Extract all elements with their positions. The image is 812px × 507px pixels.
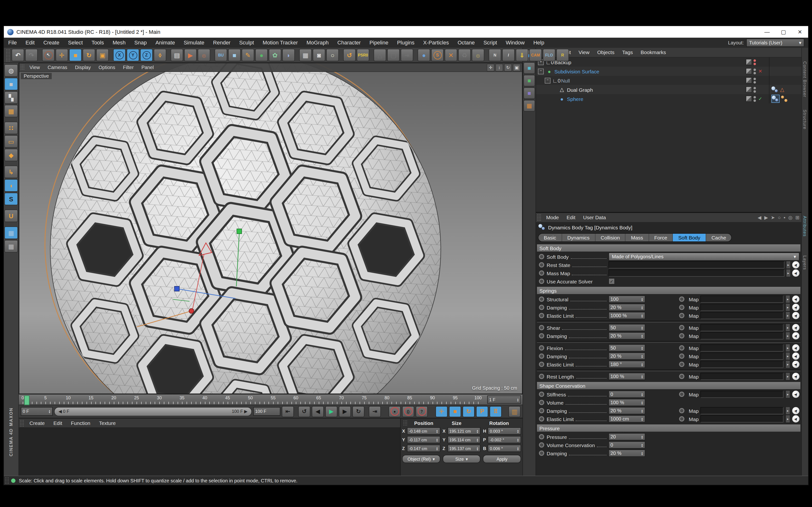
pen-spline-icon[interactable]: ✎ [242, 49, 254, 61]
viewport-menu-filter[interactable]: Filter [119, 63, 138, 71]
psr-zero-icon[interactable]: PSR0 [357, 49, 369, 61]
pick-cursor-icon[interactable]: ➤ [792, 373, 800, 380]
link-field[interactable] [701, 352, 783, 360]
coord-field-rotation-b[interactable]: 0.006 °▲▼ [488, 445, 521, 452]
menu-render[interactable]: Render [209, 38, 235, 48]
object-row-backup[interactable]: +∟0Backup [536, 57, 801, 67]
go-to-end-button[interactable]: ⇥ [369, 406, 381, 417]
section-header-springs[interactable]: Springs [537, 287, 800, 294]
material-manager[interactable]: CreateEditFunctionTexture [19, 418, 401, 475]
close-button[interactable]: ✕ [792, 26, 808, 38]
link-field[interactable] [701, 373, 783, 380]
target-icon[interactable]: ◎ [788, 215, 793, 220]
menu-script[interactable]: Script [479, 38, 501, 48]
keyframe-circle-icon[interactable] [539, 374, 544, 379]
preview-range-slider[interactable]: ◀ 0 F 100 F ▶ [54, 407, 252, 416]
section-header-shape-conservation[interactable]: Shape Conservation [537, 382, 800, 389]
dock-tab-attributes[interactable]: Attributes [802, 216, 807, 237]
object-name-label[interactable]: Subdivision Surface [554, 68, 599, 74]
menu-octane[interactable]: Octane [453, 38, 479, 48]
menu-snap[interactable]: Snap [130, 38, 151, 48]
value-field[interactable]: 20 %▲▼ [609, 304, 645, 311]
phong-tag-icon[interactable]: △ [780, 87, 784, 93]
move-icon[interactable]: ✛ [56, 49, 68, 61]
record-point-level-button[interactable]: ⠿ [490, 406, 502, 417]
link-field[interactable] [701, 344, 783, 351]
history-forward-icon[interactable]: ▶ [764, 215, 768, 220]
record-position-button[interactable]: ✛ [436, 406, 448, 417]
keyframe-circle-icon[interactable] [679, 313, 684, 318]
history-back-icon[interactable]: ◀ [758, 215, 761, 220]
rotate-icon[interactable]: ↻ [83, 49, 95, 61]
object-row-null[interactable]: −∟0Null [536, 76, 801, 85]
keyframe-circle-icon[interactable] [539, 305, 544, 310]
value-field[interactable]: 20 %▲▼ [609, 332, 645, 339]
spinner-icon[interactable]: ▲▼ [475, 429, 479, 433]
menu-select[interactable]: Select [63, 38, 87, 48]
zoom-view-icon[interactable]: ↕ [495, 64, 503, 71]
keyframe-selection-button[interactable]: ? [416, 406, 428, 417]
lock-x-axis-icon[interactable]: X [113, 49, 126, 61]
apply-button[interactable]: Apply [483, 455, 521, 463]
current-frame-field[interactable]: 0 F ▲▼ [21, 407, 53, 416]
record-parameter-button[interactable]: P [476, 406, 488, 417]
viewport-menu-panel[interactable]: Panel [138, 63, 158, 71]
object-name-label[interactable]: Null [561, 77, 570, 83]
enable-axis-icon[interactable]: ↳ [4, 166, 18, 178]
attribute-menu-mode[interactable]: Mode [542, 213, 563, 223]
layout-grid-orange-icon[interactable]: ▦ [523, 100, 535, 112]
value-field[interactable]: 180 °▲▼ [609, 361, 645, 368]
section-header-soft-body[interactable]: Soft Body [537, 244, 800, 251]
light-icon[interactable]: ○ [326, 49, 339, 61]
tab-basic[interactable]: Basic [539, 233, 562, 241]
link-field[interactable] [701, 324, 783, 331]
render-view-icon[interactable]: ▤ [170, 49, 183, 61]
pick-cursor-icon[interactable]: ➤ [792, 261, 800, 269]
keyframe-circle-icon[interactable] [679, 362, 684, 367]
expand-arrow-icon[interactable]: ▸ [785, 344, 790, 352]
menu-character[interactable]: Character [333, 38, 365, 48]
point-selection-tag-icon[interactable] [781, 95, 788, 102]
link-field[interactable] [701, 407, 783, 414]
spinner-icon[interactable]: ▲▼ [640, 346, 643, 350]
viewport-menu-display[interactable]: Display [71, 63, 95, 71]
keyframe-circle-icon[interactable] [679, 353, 684, 359]
viewport-menu-view[interactable]: View [26, 63, 44, 71]
simulate-gravity-icon[interactable]: ● [418, 49, 430, 61]
psr-transfer-icon[interactable]: ↺ [343, 49, 356, 61]
spinner-icon[interactable]: ▲▼ [475, 446, 479, 450]
end-frame-field[interactable]: 100 F [253, 407, 280, 416]
expand-arrow-icon[interactable]: ▸ [785, 332, 790, 340]
menu-pipeline[interactable]: Pipeline [365, 38, 393, 48]
lock-workplane-icon[interactable]: ▦ [4, 226, 18, 239]
frame-step-field[interactable]: 1 F ▲▼ [487, 395, 521, 404]
value-field[interactable]: 50▲▼ [609, 344, 645, 351]
visibility-dots-icon[interactable] [754, 77, 756, 83]
generators-icon[interactable]: ● [255, 49, 268, 61]
coord-field-rotation-p[interactable]: -0.002 °▲▼ [488, 436, 521, 443]
visibility-dots-icon[interactable] [754, 68, 756, 74]
keyframe-circle-icon[interactable] [539, 416, 544, 421]
record-rotation-button[interactable]: ↻ [463, 406, 475, 417]
keyframe-circle-icon[interactable] [539, 408, 544, 413]
lock-z-axis-icon[interactable]: Z [140, 49, 153, 61]
object-name-label[interactable]: Sphere [567, 96, 583, 102]
status-bar-grip[interactable] [5, 477, 9, 484]
visibility-dots-icon[interactable] [754, 96, 756, 102]
layout-cube-purple-icon[interactable]: ■ [523, 88, 535, 99]
pick-cursor-icon[interactable]: ➤ [792, 361, 800, 368]
layer-toggle-icon[interactable] [746, 77, 752, 83]
camera-label[interactable]: Perspective [21, 73, 52, 79]
keyframe-circle-icon[interactable] [539, 333, 544, 338]
expand-arrow-icon[interactable]: ▸ [785, 415, 790, 423]
keyframe-circle-icon[interactable] [539, 362, 544, 367]
coordinates-grip[interactable] [403, 420, 407, 427]
size-mode-dropdown[interactable]: Size▾ [443, 455, 480, 463]
menu-sculpt[interactable]: Sculpt [235, 38, 258, 48]
menu-help[interactable]: Help [529, 38, 549, 48]
live-selection-icon[interactable]: ↖ [42, 49, 55, 61]
go-to-next-frame-button[interactable]: ▶ [339, 406, 351, 417]
cam-morph-icon[interactable]: CAM [529, 49, 542, 61]
timeline-mode-button[interactable]: ▥ [508, 406, 520, 417]
tab-collision[interactable]: Collision [596, 233, 626, 241]
